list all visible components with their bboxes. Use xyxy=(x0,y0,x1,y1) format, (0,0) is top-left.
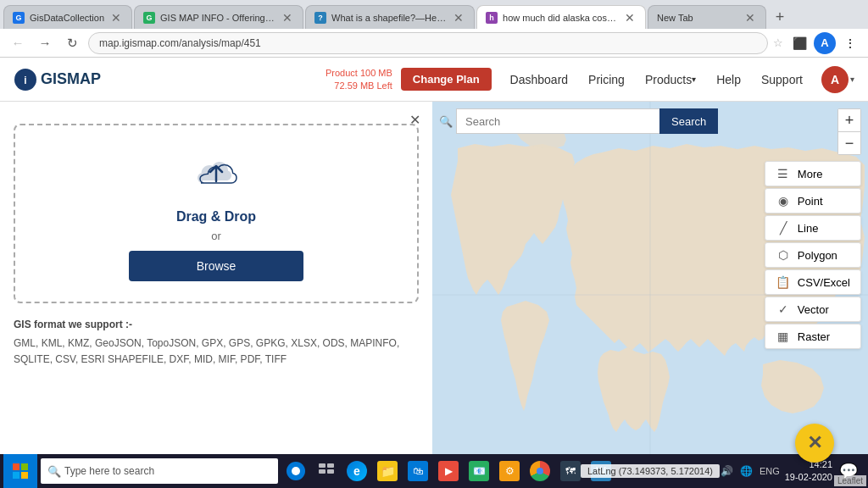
tool-polygon[interactable]: ⬡ Polygon xyxy=(765,242,861,268)
nav-help[interactable]: Help xyxy=(706,58,751,102)
store-icon: 🛍 xyxy=(408,461,428,481)
url-bar[interactable]: map.igismap.com/analysis/map/451 xyxy=(88,32,768,54)
tab-close-4[interactable]: ✕ xyxy=(623,11,637,25)
browser-tab-4[interactable]: h how much did alaska cost in too... ✕ xyxy=(476,5,646,29)
back-button[interactable]: ← xyxy=(7,32,29,54)
extensions-icon[interactable]: ⬛ xyxy=(788,32,810,54)
svg-rect-6 xyxy=(21,463,28,470)
svg-rect-11 xyxy=(319,469,326,474)
task-view-icon xyxy=(318,463,335,480)
browser-tab-1[interactable]: G GisDataCollection ✕ xyxy=(3,5,132,29)
product-line1: Product 100 MB xyxy=(326,67,392,79)
user-avatar: A xyxy=(821,66,849,93)
tab-close-2[interactable]: ✕ xyxy=(281,11,294,25)
reload-button[interactable]: ↻ xyxy=(61,32,83,54)
tab-label-3: What is a shapefile?—Help | Arc... xyxy=(331,13,447,23)
taskbar-volume[interactable]: 🔊 xyxy=(721,465,733,477)
taskbar-language: ENG xyxy=(760,466,780,476)
app-header: i GISMAP Product 100 MB 72.59 MB Left Ch… xyxy=(0,58,868,102)
csv-icon: 📋 xyxy=(776,275,791,289)
taskbar-app7[interactable]: ⚙ xyxy=(495,454,524,488)
map-tools-panel: ☰ More ◉ Point ╱ Line ⬡ Polygon 📋 CSV xyxy=(765,161,861,349)
chrome-center xyxy=(537,468,543,474)
tool-csv-excel[interactable]: 📋 CSV/Excel xyxy=(765,269,861,295)
taskbar-app6[interactable]: 📧 xyxy=(465,454,493,488)
leaflet-attribution: Leaflet xyxy=(834,475,866,486)
raster-icon: ▦ xyxy=(776,330,791,343)
tool-more-label: More xyxy=(798,168,823,180)
profile-icon[interactable]: A xyxy=(814,32,836,54)
tab-close-1[interactable]: ✕ xyxy=(109,11,123,25)
taskbar-app-icons: e 📁 🛍 ▶ 📧 ⚙ 🗺 W xyxy=(281,454,615,488)
format-title: GIS format we support :- xyxy=(14,319,419,330)
new-tab-button[interactable]: + xyxy=(768,5,792,29)
user-button[interactable]: A ▾ xyxy=(821,66,854,93)
latlng-display: LatLng (73.149373, 5.172014) xyxy=(581,464,720,478)
svg-rect-12 xyxy=(327,469,334,474)
bookmark-icon[interactable]: ☆ xyxy=(773,36,783,49)
taskbar-file-explorer[interactable]: 📁 xyxy=(373,454,402,488)
taskbar-store[interactable]: 🛍 xyxy=(403,454,432,488)
tab-close-5[interactable]: ✕ xyxy=(743,11,757,25)
tool-line-label: Line xyxy=(798,222,819,235)
nav-products[interactable]: Products xyxy=(635,58,706,102)
tool-vector[interactable]: ✓ Vector xyxy=(765,297,861,322)
settings-icon[interactable]: ⋮ xyxy=(839,32,861,54)
browser-tab-3[interactable]: ? What is a shapefile?—Help | Arc... ✕ xyxy=(305,5,475,29)
drag-drop-text: Drag & Drop xyxy=(176,209,256,225)
nav-pricing[interactable]: Pricing xyxy=(578,58,635,102)
taskbar-edge[interactable]: e xyxy=(342,454,371,488)
point-icon: ◉ xyxy=(776,194,791,208)
tab-bar: G GisDataCollection ✕ G GIS MAP INFO - O… xyxy=(0,0,868,29)
edge-icon: e xyxy=(347,461,367,481)
format-support: GIS format we support :- GML, KML, KMZ, … xyxy=(14,319,419,368)
tab-label-2: GIS MAP INFO - Offering GIS re... xyxy=(160,13,275,23)
map-search-input[interactable] xyxy=(456,108,659,134)
panel-close-button[interactable]: ✕ xyxy=(405,110,424,129)
nav-support[interactable]: Support xyxy=(751,58,813,102)
tool-raster-label: Raster xyxy=(798,330,830,343)
drop-zone[interactable]: Drag & Drop or Browse xyxy=(14,124,419,303)
tool-line[interactable]: ╱ Line xyxy=(765,215,861,241)
polygon-icon: ⬡ xyxy=(776,248,791,262)
tab-favicon-1: G xyxy=(13,12,25,24)
map-search: 🔍 Search xyxy=(439,108,718,134)
zoom-in-button[interactable]: + xyxy=(838,109,860,131)
change-plan-button[interactable]: Change Plan xyxy=(401,68,492,91)
browser-icons: ⬛ A ⋮ xyxy=(788,32,861,54)
map-close-button[interactable]: ✕ xyxy=(795,424,834,463)
taskbar-app5[interactable]: ▶ xyxy=(434,454,463,488)
taskbar-chrome[interactable] xyxy=(526,454,554,488)
tab-favicon-2: G xyxy=(143,12,155,24)
taskbar-cortana[interactable] xyxy=(281,454,310,488)
taskbar-clock: 14:21 19-02-2020 xyxy=(785,458,832,485)
map-search-button[interactable]: Search xyxy=(659,108,718,134)
tool-raster[interactable]: ▦ Raster xyxy=(765,324,861,349)
nav-dashboard[interactable]: Dashboard xyxy=(500,58,579,102)
taskbar-date-display: 19-02-2020 xyxy=(785,471,832,484)
zoom-out-button[interactable]: − xyxy=(838,132,860,154)
cortana-circle xyxy=(292,467,300,475)
browse-button[interactable]: Browse xyxy=(129,251,304,281)
search-icon: 🔍 xyxy=(439,115,453,128)
app7-icon: ⚙ xyxy=(499,461,520,481)
line-icon: ╱ xyxy=(776,221,791,235)
tool-polygon-label: Polygon xyxy=(798,249,837,262)
tab-close-3[interactable]: ✕ xyxy=(452,11,465,25)
file-explorer-icon: 📁 xyxy=(377,461,398,481)
map-area[interactable]: 🔍 Search + − ☰ More ◉ Point xyxy=(432,102,868,488)
forward-button[interactable]: → xyxy=(34,32,56,54)
tool-more[interactable]: ☰ More xyxy=(765,161,861,186)
browser-tab-2[interactable]: G GIS MAP INFO - Offering GIS re... ✕ xyxy=(134,5,303,29)
user-arrow-icon: ▾ xyxy=(850,75,854,84)
taskbar-search[interactable]: 🔍 Type here to search xyxy=(41,458,278,484)
taskbar-task-view[interactable] xyxy=(312,454,341,488)
svg-rect-7 xyxy=(13,472,19,479)
start-button[interactable] xyxy=(3,454,37,488)
taskbar-network[interactable]: 🌐 xyxy=(740,465,753,477)
browser-tab-5[interactable]: New Tab ✕ xyxy=(648,5,766,29)
taskbar-search-placeholder: Type here to search xyxy=(64,465,154,477)
tool-point[interactable]: ◉ Point xyxy=(765,188,861,214)
app5-icon: ▶ xyxy=(438,461,459,481)
svg-text:i: i xyxy=(24,75,26,86)
